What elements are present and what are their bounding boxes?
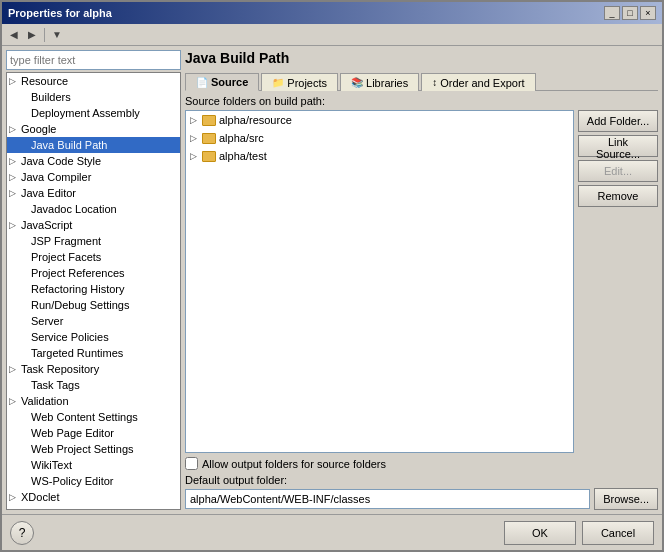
tree-item-task-tags[interactable]: Task Tags: [7, 377, 180, 393]
tree-item-java-code-style[interactable]: ▷Java Code Style: [7, 153, 180, 169]
libraries-tab-label: Libraries: [366, 77, 408, 89]
tree-expander-resource[interactable]: ▷: [9, 76, 21, 86]
nav-toolbar: ◀ ▶ ▼: [2, 24, 662, 46]
browse-button[interactable]: Browse...: [594, 488, 658, 510]
tree-item-xdoclet[interactable]: ▷XDoclet: [7, 489, 180, 505]
title-bar: Properties for alpha _ □ ×: [2, 2, 662, 24]
tree-item-web-page-editor[interactable]: Web Page Editor: [7, 425, 180, 441]
tree-item-builders[interactable]: Builders: [7, 89, 180, 105]
edit-button[interactable]: Edit...: [578, 160, 658, 182]
tree-item-java-build-path[interactable]: Java Build Path: [7, 137, 180, 153]
tree-item-web-project-settings[interactable]: Web Project Settings: [7, 441, 180, 457]
tree-expander-java-compiler[interactable]: ▷: [9, 172, 21, 182]
tree-expander-task-repository[interactable]: ▷: [9, 364, 21, 374]
tree-item-jsp-fragment[interactable]: JSP Fragment: [7, 233, 180, 249]
tree-item-project-references[interactable]: Project References: [7, 265, 180, 281]
tree-label-java-compiler: Java Compiler: [21, 171, 91, 183]
tree-expander-javascript[interactable]: ▷: [9, 220, 21, 230]
nav-dropdown-button[interactable]: ▼: [49, 27, 65, 43]
filter-input[interactable]: [6, 50, 181, 70]
tree-label-wikitext: WikiText: [31, 459, 72, 471]
tree-item-javascript[interactable]: ▷JavaScript: [7, 217, 180, 233]
add-folder-button[interactable]: Add Folder...: [578, 110, 658, 132]
source-item-label: alpha/test: [219, 150, 267, 162]
tab-libraries[interactable]: 📚 Libraries: [340, 73, 419, 91]
action-buttons: Add Folder... Link Source... Edit... Rem…: [578, 110, 658, 453]
tree-label-task-tags: Task Tags: [31, 379, 80, 391]
tree-label-deployment-assembly: Deployment Assembly: [31, 107, 140, 119]
ok-button[interactable]: OK: [504, 521, 576, 545]
tree-item-ws-policy-editor[interactable]: WS-Policy Editor: [7, 473, 180, 489]
source-tree: ▷alpha/resource▷alpha/src▷alpha/test: [185, 110, 574, 453]
tree-expander-xdoclet[interactable]: ▷: [9, 492, 21, 502]
source-tree-item[interactable]: ▷alpha/resource: [186, 111, 573, 129]
tree-label-project-facets: Project Facets: [31, 251, 101, 263]
tree-item-run-debug-settings[interactable]: Run/Debug Settings: [7, 297, 180, 313]
source-tree-item[interactable]: ▷alpha/test: [186, 147, 573, 165]
tab-order-export[interactable]: ↕ Order and Export: [421, 73, 535, 91]
output-folder-row: Browse...: [185, 488, 658, 510]
tree-item-targeted-runtimes[interactable]: Targeted Runtimes: [7, 345, 180, 361]
minimize-button[interactable]: _: [604, 6, 620, 20]
tree-label-project-references: Project References: [31, 267, 125, 279]
tree-label-java-build-path: Java Build Path: [31, 139, 107, 151]
tree-expander-google[interactable]: ▷: [9, 124, 21, 134]
tree-label-web-project-settings: Web Project Settings: [31, 443, 134, 455]
tree-item-refactoring-history[interactable]: Refactoring History: [7, 281, 180, 297]
tree-item-java-compiler[interactable]: ▷Java Compiler: [7, 169, 180, 185]
tree-item-resource[interactable]: ▷Resource: [7, 73, 180, 89]
tree-expander-validation[interactable]: ▷: [9, 396, 21, 406]
tree-label-web-content-settings: Web Content Settings: [31, 411, 138, 423]
tree-label-service-policies: Service Policies: [31, 331, 109, 343]
panel-title: Java Build Path: [185, 50, 658, 66]
source-tab-icon: 📄: [196, 77, 208, 88]
close-button[interactable]: ×: [640, 6, 656, 20]
link-source-button[interactable]: Link Source...: [578, 135, 658, 157]
properties-window: Properties for alpha _ □ × ◀ ▶ ▼ ▷Resour…: [0, 0, 664, 552]
tree-item-project-facets[interactable]: Project Facets: [7, 249, 180, 265]
tree-item-javadoc-location[interactable]: Javadoc Location: [7, 201, 180, 217]
tab-source[interactable]: 📄 Source: [185, 73, 259, 91]
right-panel: Java Build Path 📄 Source 📁 Projects 📚 Li…: [185, 50, 658, 510]
back-button[interactable]: ◀: [6, 27, 22, 43]
nav-separator: [44, 28, 45, 42]
projects-tab-icon: 📁: [272, 77, 284, 88]
tree-item-web-content-settings[interactable]: Web Content Settings: [7, 409, 180, 425]
order-tab-icon: ↕: [432, 77, 437, 88]
forward-button[interactable]: ▶: [24, 27, 40, 43]
tree-label-javascript: JavaScript: [21, 219, 72, 231]
tree-item-validation[interactable]: ▷Validation: [7, 393, 180, 409]
footer-buttons: OK Cancel: [504, 521, 654, 545]
source-expander-1[interactable]: ▷: [190, 133, 202, 143]
tab-projects[interactable]: 📁 Projects: [261, 73, 338, 91]
cancel-button[interactable]: Cancel: [582, 521, 654, 545]
tree-item-deployment-assembly[interactable]: Deployment Assembly: [7, 105, 180, 121]
tree-expander-java-editor[interactable]: ▷: [9, 188, 21, 198]
tree-item-task-repository[interactable]: ▷Task Repository: [7, 361, 180, 377]
window-controls: _ □ ×: [604, 6, 656, 20]
source-tree-item[interactable]: ▷alpha/src: [186, 129, 573, 147]
tree-label-ws-policy-editor: WS-Policy Editor: [31, 475, 114, 487]
tree-label-javadoc-location: Javadoc Location: [31, 203, 117, 215]
tree-label-xdoclet: XDoclet: [21, 491, 60, 503]
tree-item-service-policies[interactable]: Service Policies: [7, 329, 180, 345]
source-folders-label: Source folders on build path:: [185, 95, 658, 107]
tree-item-wikitext[interactable]: WikiText: [7, 457, 180, 473]
output-folder-label: Default output folder:: [185, 474, 658, 486]
remove-button[interactable]: Remove: [578, 185, 658, 207]
maximize-button[interactable]: □: [622, 6, 638, 20]
libraries-tab-icon: 📚: [351, 77, 363, 88]
allow-output-checkbox[interactable]: [185, 457, 198, 470]
source-expander-2[interactable]: ▷: [190, 151, 202, 161]
allow-output-label: Allow output folders for source folders: [202, 458, 386, 470]
tree-item-server[interactable]: Server: [7, 313, 180, 329]
output-folder-input[interactable]: [185, 489, 590, 509]
tree-item-java-editor[interactable]: ▷Java Editor: [7, 185, 180, 201]
tree-expander-java-code-style[interactable]: ▷: [9, 156, 21, 166]
tree-item-google[interactable]: ▷Google: [7, 121, 180, 137]
settings-tree: ▷Resource Builders Deployment Assembly▷G…: [6, 72, 181, 510]
checkbox-row: Allow output folders for source folders: [185, 457, 658, 470]
help-button[interactable]: ?: [10, 521, 34, 545]
source-area: ▷alpha/resource▷alpha/src▷alpha/test: [185, 110, 574, 453]
source-expander-0[interactable]: ▷: [190, 115, 202, 125]
